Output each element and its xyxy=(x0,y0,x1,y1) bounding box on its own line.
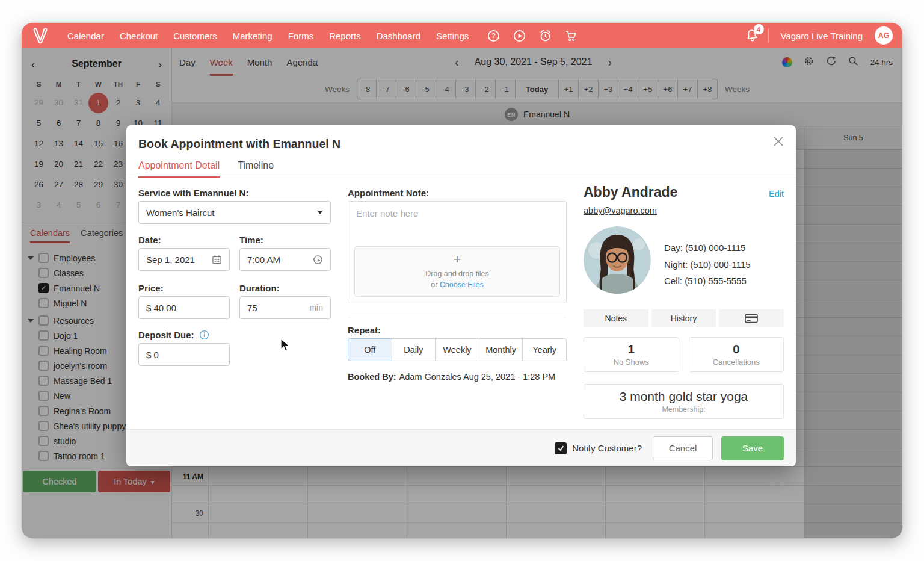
mouse-cursor xyxy=(280,338,291,355)
repeat-off-button[interactable]: Off xyxy=(348,338,392,361)
stat-value: 1 xyxy=(628,342,635,356)
nav-right-group: 4 Vagaro Live Training AG xyxy=(744,26,893,45)
note-label: Appointment Note: xyxy=(348,188,429,198)
account-name[interactable]: Vagaro Live Training xyxy=(777,31,866,41)
nav-link-calendar[interactable]: Calendar xyxy=(67,31,104,41)
nav-link-marketing[interactable]: Marketing xyxy=(233,31,273,41)
nav-link-settings[interactable]: Settings xyxy=(436,31,469,41)
price-value: $ 40.00 xyxy=(146,303,176,313)
dropzone-text: Drag and drop files xyxy=(425,268,489,279)
repeat-monthly-button[interactable]: Monthly xyxy=(479,338,523,361)
nav-link-customers[interactable]: Customers xyxy=(173,31,217,41)
deposit-value: $ 0 xyxy=(146,350,159,360)
customer-photo xyxy=(584,226,651,294)
calendar-icon[interactable] xyxy=(212,255,222,265)
repeat-daily-button[interactable]: Daily xyxy=(392,338,436,361)
phone-line: Cell: (510) 555-5555 xyxy=(664,273,751,290)
duration-value: 75 xyxy=(247,303,257,313)
notify-customer-checkbox[interactable]: Notify Customer? xyxy=(555,442,642,454)
duration-label: Duration: xyxy=(239,283,280,293)
appointment-note-input[interactable]: Enter note here + Drag and drop files or… xyxy=(348,201,567,303)
phone-line: Day: (510) 000-1115 xyxy=(664,240,751,256)
dropzone-or-row: or Choose Files xyxy=(431,279,484,290)
membership-label: Membership: xyxy=(662,405,705,414)
modal-tabs: Appointment Detail Timeline xyxy=(126,160,796,178)
chevron-down-icon xyxy=(317,211,323,214)
edit-link[interactable]: Edit xyxy=(769,189,784,199)
tab-timeline[interactable]: Timeline xyxy=(238,160,274,178)
video-play-icon[interactable] xyxy=(513,29,526,43)
repeat-weekly-button[interactable]: Weekly xyxy=(436,338,479,361)
clock-icon[interactable] xyxy=(313,255,323,265)
date-value: Sep 1, 2021 xyxy=(146,255,195,265)
customer-tabs: NotesHistory xyxy=(584,309,784,327)
top-nav: CalendarCheckoutCustomersMarketingFormsR… xyxy=(22,23,902,48)
booked-by-value: Adam Gonzales Aug 25, 2021 - 1:28 PM xyxy=(399,372,556,382)
customer-stats: 1No Shows0Cancellations xyxy=(584,337,784,372)
price-input[interactable]: $ 40.00 xyxy=(138,296,230,319)
modal-footer: Notify Customer? Cancel Save xyxy=(126,429,796,466)
dropzone-or: or xyxy=(431,280,440,289)
nav-link-checkout[interactable]: Checkout xyxy=(120,31,158,41)
cancel-button[interactable]: Cancel xyxy=(653,436,713,460)
divider xyxy=(348,317,567,317)
nav-links: CalendarCheckoutCustomersMarketingFormsR… xyxy=(67,31,469,41)
booked-by-label: Booked By: xyxy=(348,372,396,382)
choose-files-link[interactable]: Choose Files xyxy=(440,280,484,289)
deposit-label-row: Deposit Due: xyxy=(138,330,209,340)
info-icon[interactable] xyxy=(199,330,209,340)
help-icon[interactable]: ? xyxy=(487,29,500,43)
alarm-clock-icon[interactable] xyxy=(538,29,552,43)
file-dropzone[interactable]: + Drag and drop files or Choose Files xyxy=(354,246,560,297)
membership-name: 3 month gold star yoga xyxy=(620,389,748,404)
credit-card-icon[interactable] xyxy=(719,309,784,327)
tab-appointment-detail[interactable]: Appointment Detail xyxy=(138,160,220,178)
date-label: Date: xyxy=(138,235,161,245)
nav-link-dashboard[interactable]: Dashboard xyxy=(377,31,420,41)
membership-card[interactable]: 3 month gold star yoga Membership: xyxy=(584,384,784,419)
service-value: Women's Haircut xyxy=(146,208,214,218)
deposit-label: Deposit Due: xyxy=(138,330,194,340)
deposit-input[interactable]: $ 0 xyxy=(138,343,230,366)
nav-divider xyxy=(768,28,769,43)
duration-input[interactable]: 75 min xyxy=(239,296,331,319)
repeat-options: OffDailyWeeklyMonthlyYearly xyxy=(348,338,567,361)
app-window: CalendarCheckoutCustomersMarketingFormsR… xyxy=(22,23,902,538)
plus-icon: + xyxy=(454,253,461,266)
shopping-cart-icon[interactable] xyxy=(564,29,579,43)
price-label: Price: xyxy=(138,283,164,293)
vagaro-logo-icon[interactable] xyxy=(31,26,52,45)
customer-tab-notes[interactable]: Notes xyxy=(584,309,648,327)
nav-icon-group: ? xyxy=(487,29,579,43)
user-avatar[interactable]: AG xyxy=(875,26,893,45)
time-input[interactable]: 7:00 AM xyxy=(239,248,331,271)
notifications-bell-icon[interactable]: 4 xyxy=(744,28,760,43)
note-placeholder: Enter note here xyxy=(356,208,418,219)
stat-card-cancellations[interactable]: 0Cancellations xyxy=(689,337,784,372)
nav-link-reports[interactable]: Reports xyxy=(329,31,361,41)
duration-unit: min xyxy=(309,303,323,312)
booked-by-line: Booked By:Adam Gonzales Aug 25, 2021 - 1… xyxy=(348,372,555,382)
svg-text:?: ? xyxy=(492,32,496,39)
phone-line: Night: (510) 000-1115 xyxy=(664,256,751,273)
customer-email[interactable]: abby@vagaro.com xyxy=(584,206,657,215)
stat-label: Cancellations xyxy=(713,358,760,367)
customer-header: Abby Andrade Edit xyxy=(584,184,784,200)
repeat-yearly-button[interactable]: Yearly xyxy=(523,338,567,361)
stat-card-no-shows[interactable]: 1No Shows xyxy=(584,337,679,372)
stat-value: 0 xyxy=(733,342,739,356)
checkbox-checked-icon[interactable] xyxy=(555,442,567,454)
nav-link-forms[interactable]: Forms xyxy=(288,31,314,41)
customer-name: Abby Andrade xyxy=(584,184,677,200)
time-label: Time: xyxy=(239,235,263,245)
date-input[interactable]: Sep 1, 2021 xyxy=(138,248,230,271)
book-appointment-modal: Book Appointment with Emannuel N Appoint… xyxy=(126,125,796,466)
customer-tab-history[interactable]: History xyxy=(651,309,716,327)
modal-title: Book Appointment with Emannuel N xyxy=(138,137,340,151)
repeat-label: Repeat: xyxy=(348,325,381,335)
service-select[interactable]: Women's Haircut xyxy=(138,201,331,224)
stat-label: No Shows xyxy=(614,358,649,367)
close-icon[interactable] xyxy=(772,135,785,148)
time-value: 7:00 AM xyxy=(247,255,280,265)
save-button[interactable]: Save xyxy=(721,436,784,460)
